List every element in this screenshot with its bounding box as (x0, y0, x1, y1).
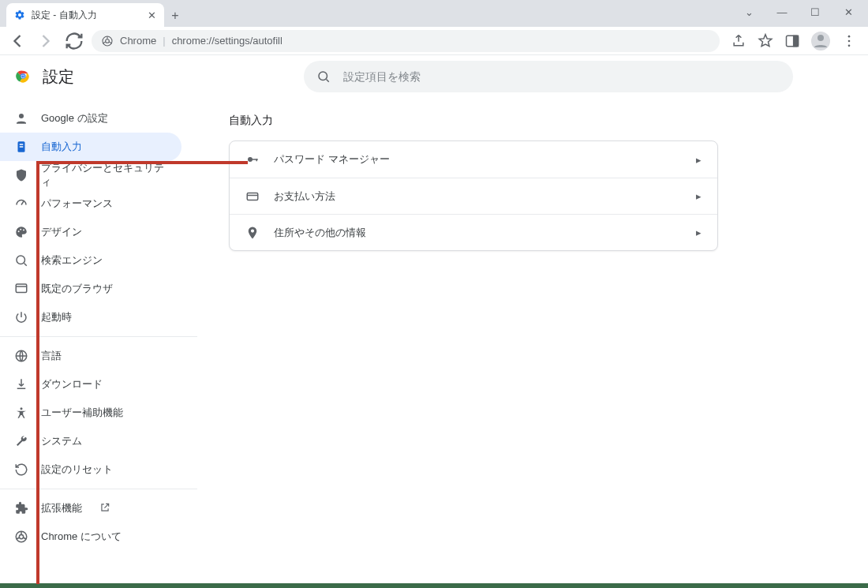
sidebar-item-label: 自動入力 (41, 140, 82, 154)
share-icon[interactable] (731, 33, 746, 49)
browser-toolbar: Chrome | chrome://settings/autofill (0, 27, 868, 55)
annotation-line-horizontal (36, 161, 248, 164)
svg-point-17 (18, 230, 20, 232)
sidebar-item-power[interactable]: 起動時 (0, 303, 181, 331)
svg-rect-21 (16, 284, 27, 293)
page-title: 設定 (43, 66, 74, 88)
external-link-icon (99, 502, 110, 515)
sidebar-item-accessibility[interactable]: ユーザー補助機能 (0, 399, 181, 427)
chrome-logo-icon (14, 68, 32, 85)
svg-point-26 (248, 157, 253, 162)
accessibility-icon (14, 406, 28, 420)
wrench-icon (14, 434, 28, 448)
location-icon (245, 226, 260, 240)
speed-icon (14, 197, 28, 211)
svg-point-7 (848, 44, 851, 47)
person-icon (14, 111, 28, 125)
maximize-icon[interactable]: ☐ (808, 6, 822, 18)
card-icon (245, 189, 260, 204)
toolbar-actions (726, 32, 862, 51)
settings-body: Google の設定自動入力プライバシーとセキュリティパフォーマンスデザイン検索… (0, 98, 868, 588)
sidebar-item-label: システム (41, 434, 82, 448)
settings-search[interactable] (304, 61, 793, 92)
row-label: パスワード マネージャー (274, 152, 682, 167)
sidebar-item-label: 検索エンジン (41, 253, 103, 268)
svg-point-11 (21, 75, 24, 78)
search-icon (316, 69, 331, 84)
back-button[interactable] (6, 30, 28, 52)
svg-point-18 (20, 229, 21, 230)
sidebar-item-label: 設定のリセット (41, 463, 113, 477)
svg-rect-29 (247, 193, 258, 200)
reload-button[interactable] (63, 30, 85, 52)
sidebar-item-label: 既定のブラウザ (41, 282, 113, 296)
url-text: chrome://settings/autofill (172, 35, 282, 47)
sidebar-item-browser[interactable]: 既定のブラウザ (0, 275, 181, 303)
sidebar-item-search[interactable]: 検索エンジン (0, 246, 181, 275)
shield-icon (14, 168, 28, 182)
svg-rect-3 (794, 36, 799, 46)
extension-icon (14, 501, 28, 515)
chevron-down-icon[interactable]: ⌄ (742, 6, 756, 18)
sidebar-item-download[interactable]: ダウンロード (0, 370, 181, 399)
address-bar[interactable]: Chrome | chrome://settings/autofill (92, 30, 720, 52)
sidebar-item-shield[interactable]: プライバシーとセキュリティ (0, 161, 181, 189)
side-panel-icon[interactable] (784, 33, 800, 49)
profile-avatar[interactable] (811, 32, 830, 51)
svg-rect-28 (256, 159, 258, 161)
bottom-strip (0, 583, 868, 588)
row-label: お支払い方法 (274, 189, 682, 204)
tab-title: 設定 - 自動入力 (32, 9, 97, 22)
sidebar-item-speed[interactable]: パフォーマンス (0, 189, 181, 218)
svg-rect-16 (20, 146, 24, 148)
autofill-row-key[interactable]: パスワード マネージャー▸ (230, 141, 717, 178)
sidebar-item-palette[interactable]: デザイン (0, 218, 181, 246)
sidebar-item-label: パフォーマンス (41, 197, 113, 211)
sidebar-item-label: ダウンロード (41, 377, 103, 391)
chevron-right-icon: ▸ (696, 227, 702, 238)
reset-icon (14, 463, 28, 477)
svg-point-1 (106, 39, 110, 43)
window-controls: ⌄ ― ☐ ✕ (729, 0, 868, 24)
autofill-row-card[interactable]: お支払い方法▸ (230, 178, 717, 214)
sidebar-item-label: デザイン (41, 225, 82, 239)
sidebar-item-extension[interactable]: 拡張機能 (0, 494, 181, 522)
row-label: 住所やその他の情報 (274, 226, 682, 240)
sidebar-item-autofill[interactable]: 自動入力 (0, 133, 181, 161)
svg-point-12 (319, 72, 327, 81)
sidebar-item-globe[interactable]: 言語 (0, 342, 181, 370)
search-input[interactable] (343, 70, 780, 83)
sidebar-item-label: Chrome について (41, 530, 122, 544)
palette-icon (14, 225, 28, 239)
sidebar-item-label: 拡張機能 (41, 501, 82, 515)
close-tab-icon[interactable]: ✕ (148, 9, 156, 21)
close-window-icon[interactable]: ✕ (841, 6, 855, 18)
sidebar-item-reset[interactable]: 設定のリセット (0, 455, 181, 484)
forward-button[interactable] (35, 30, 57, 52)
browser-tab[interactable]: 設定 - 自動入力 ✕ (6, 3, 164, 27)
sidebar-item-label: Google の設定 (41, 111, 108, 125)
svg-point-4 (817, 35, 824, 41)
autofill-row-location[interactable]: 住所やその他の情報▸ (230, 214, 717, 250)
chrome-icon (101, 35, 114, 47)
chevron-right-icon: ▸ (696, 190, 702, 202)
chevron-right-icon: ▸ (696, 154, 702, 166)
settings-sidebar: Google の設定自動入力プライバシーとセキュリティパフォーマンスデザイン検索… (0, 98, 197, 588)
section-title: 自動入力 (229, 114, 718, 128)
sidebar-item-person[interactable]: Google の設定 (0, 104, 181, 133)
sidebar-item-chrome[interactable]: Chrome について (0, 522, 181, 551)
svg-point-19 (23, 229, 24, 230)
sidebar-item-label: 起動時 (41, 310, 72, 324)
sidebar-item-label: 言語 (41, 349, 62, 363)
sidebar-item-wrench[interactable]: システム (0, 427, 181, 455)
new-tab-button[interactable]: + (164, 5, 186, 27)
settings-header: 設定 (0, 55, 868, 98)
minimize-icon[interactable]: ― (775, 6, 789, 18)
autofill-icon (14, 140, 28, 154)
sidebar-item-label: プライバシーとセキュリティ (41, 161, 167, 189)
annotation-line-vertical (36, 161, 39, 584)
kebab-menu-icon[interactable] (841, 33, 857, 49)
autofill-card: パスワード マネージャー▸お支払い方法▸住所やその他の情報▸ (229, 140, 718, 251)
bookmark-star-icon[interactable] (758, 33, 773, 49)
gear-icon (14, 9, 25, 21)
